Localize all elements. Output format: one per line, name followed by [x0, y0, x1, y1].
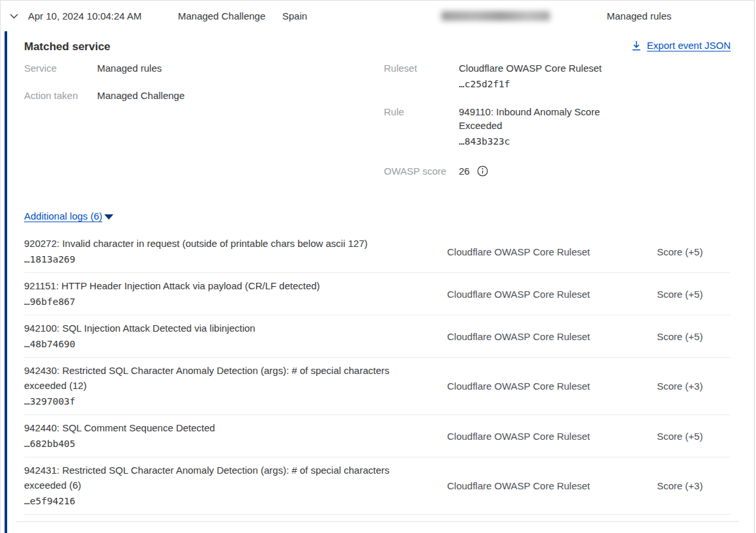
action-taken-value: Managed Challenge	[97, 89, 184, 102]
event-service: Managed rules	[607, 10, 671, 22]
log-rule-description: 942431: Restricted SQL Character Anomaly…	[24, 463, 421, 493]
event-timestamp: Apr 10, 2024 10:04:24 AM	[28, 10, 178, 22]
rule-row: Rule 949110: Inbound Anomaly Score Excee…	[384, 105, 731, 149]
additional-logs-toggle[interactable]: Additional logs (6)	[24, 210, 113, 222]
export-event-json-label: Export event JSON	[647, 40, 731, 51]
log-score: Score (+3)	[657, 381, 731, 392]
log-ruleset-name: Cloudflare OWASP Core Ruleset	[447, 331, 657, 342]
log-ruleset-name: Cloudflare OWASP Core Ruleset	[447, 381, 657, 392]
event-country: Spain	[282, 10, 439, 22]
panel-bottom-divider	[16, 521, 739, 522]
event-row-header[interactable]: Apr 10, 2024 10:04:24 AM Managed Challen…	[1, 1, 754, 31]
redacted-blur	[441, 11, 550, 21]
owasp-score-row: OWASP score 26	[384, 164, 731, 178]
log-rule-hash: …1813a269	[24, 252, 421, 267]
ruleset-label: Ruleset	[384, 61, 459, 91]
additional-logs-table: 920272: Invalid character in request (ou…	[24, 231, 731, 515]
owasp-score-label: OWASP score	[384, 164, 459, 178]
redacted-value	[439, 10, 553, 22]
log-score: Score (+5)	[657, 289, 731, 300]
log-row: 942430: Restricted SQL Character Anomaly…	[24, 358, 731, 415]
log-ruleset-name: Cloudflare OWASP Core Ruleset	[447, 289, 657, 300]
log-score: Score (+5)	[657, 431, 731, 442]
log-score: Score (+5)	[657, 246, 731, 257]
log-row: 920272: Invalid character in request (ou…	[24, 231, 731, 273]
log-rule-description: 942440: SQL Comment Sequence Detected	[24, 420, 421, 435]
service-value: Managed rules	[97, 61, 162, 75]
log-row: 942431: Restricted SQL Character Anomaly…	[24, 457, 731, 515]
panel-title: Matched service	[24, 38, 110, 55]
log-rule-hash: …96bfe867	[24, 294, 421, 310]
log-rule-description: 920272: Invalid character in request (ou…	[24, 236, 421, 251]
event-action: Managed Challenge	[178, 10, 282, 22]
rule-value: 949110: Inbound Anomaly Score Exceeded	[459, 105, 615, 132]
log-rule-description: 921151: HTTP Header Injection Attack via…	[24, 278, 421, 293]
action-taken-row: Action taken Managed Challenge	[24, 89, 384, 102]
additional-logs-label: Additional logs (6)	[24, 210, 102, 222]
matched-service-details: Service Managed rules Action taken Manag…	[24, 61, 731, 192]
log-row: 942100: SQL Injection Attack Detected vi…	[24, 315, 731, 358]
chevron-down-icon[interactable]	[10, 14, 18, 19]
ruleset-hash: …c25d2f1f	[459, 77, 602, 91]
log-row: 942440: SQL Comment Sequence Detected …6…	[24, 415, 731, 457]
owasp-score-value: 26	[459, 164, 470, 178]
action-taken-label: Action taken	[24, 89, 97, 102]
log-row: 921151: HTTP Header Injection Attack via…	[24, 273, 731, 315]
rule-hash: …843b323c	[459, 134, 615, 149]
log-rule-description: 942100: SQL Injection Attack Detected vi…	[24, 321, 421, 336]
download-icon	[632, 40, 641, 51]
caret-down-icon	[104, 214, 113, 220]
log-rule-hash: …e5f94216	[24, 493, 421, 509]
service-label: Service	[24, 61, 97, 75]
log-rule-hash: …48b74690	[24, 336, 421, 352]
log-ruleset-name: Cloudflare OWASP Core Ruleset	[447, 431, 657, 442]
log-ruleset-name: Cloudflare OWASP Core Ruleset	[447, 246, 657, 257]
ruleset-row: Ruleset Cloudflare OWASP Core Ruleset …c…	[384, 61, 731, 91]
log-rule-description: 942430: Restricted SQL Character Anomaly…	[24, 363, 421, 393]
log-ruleset-name: Cloudflare OWASP Core Ruleset	[447, 480, 657, 491]
log-rule-hash: …682bb405	[24, 436, 421, 452]
rule-label: Rule	[384, 105, 459, 149]
export-event-json-link[interactable]: Export event JSON	[632, 40, 731, 51]
firewall-event-card: Apr 10, 2024 10:04:24 AM Managed Challen…	[0, 0, 755, 533]
log-rule-hash: …3297003f	[24, 394, 421, 409]
ruleset-value: Cloudflare OWASP Core Ruleset	[459, 61, 602, 75]
info-icon[interactable]	[477, 166, 488, 177]
service-row: Service Managed rules	[24, 61, 384, 75]
log-score: Score (+5)	[657, 331, 731, 342]
event-detail-panel: Matched service Export event JSON Servic…	[1, 31, 754, 522]
log-score: Score (+3)	[657, 480, 731, 491]
